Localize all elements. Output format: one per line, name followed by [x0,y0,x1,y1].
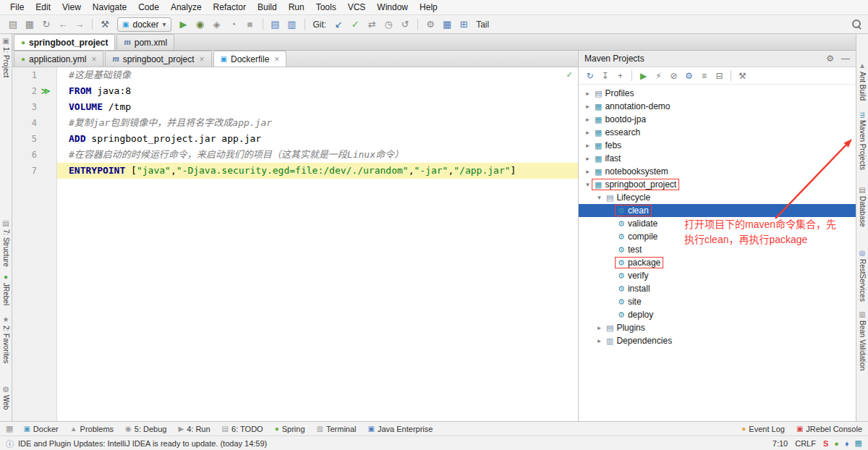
maven-tree-row-febs[interactable]: ▸▦febs [579,139,856,152]
forward-icon[interactable]: → [72,17,87,32]
add-maven-project-icon[interactable]: + [613,71,627,81]
editor-line[interactable]: ENTRYPOINT ["java","-Djava.security.egd=… [57,163,578,179]
menu-window[interactable]: Window [371,1,414,14]
tool-stripe-jrebel[interactable]: ●JRebel [2,273,10,305]
spring-status-icon[interactable]: ● [834,439,839,448]
maven-tree-row-essearch[interactable]: ▸▦essearch [579,126,856,139]
maven-tree-row-clean[interactable]: ⚙clean [579,204,856,217]
collapse-all-icon[interactable]: ⊟ [712,71,726,81]
back-icon[interactable]: ← [56,17,70,32]
hide-panel-icon[interactable]: — [841,54,850,64]
tab-dockerfile[interactable]: ▣Dockerfile× [213,51,287,67]
menu-view[interactable]: View [56,1,87,14]
maven-tree-row-site[interactable]: ⚙site [579,295,856,308]
maven-wrench-icon[interactable]: ⚒ [736,71,749,81]
menu-vcs[interactable]: VCS [342,1,372,14]
toolwindow-5-debug[interactable]: ◉5: Debug [125,425,166,433]
chevron-right-icon[interactable]: ▸ [583,116,592,123]
tool-stripe-2-favorites[interactable]: ★2: Favorites [2,315,10,363]
chevron-right-icon[interactable]: ▸ [583,129,592,136]
vcs-compare-icon[interactable]: ⇄ [365,17,379,32]
tool-stripe-1-project[interactable]: ▣1: Project [2,37,10,77]
close-tab-icon[interactable]: × [200,54,205,64]
toolwindow-event-log[interactable]: ●Event Log [741,425,785,433]
maven-tree-row-install[interactable]: ⚙install [579,282,856,295]
download-sources-icon[interactable]: ↧ [598,71,612,81]
menu-build[interactable]: Build [252,1,283,14]
run-configuration-select[interactable]: ▣docker▾ [117,17,171,32]
menu-refactor[interactable]: Refactor [208,1,252,14]
skip-tests-icon[interactable]: ⊘ [667,71,681,81]
maven-tree-row-notebooksystem[interactable]: ▸▦notebooksystem [579,165,856,178]
run-button[interactable]: ▶ [176,17,191,32]
maven-tree-row-compile[interactable]: ⚙compile [579,230,856,243]
menu-edit[interactable]: Edit [30,1,56,14]
debug-button[interactable]: ◉ [193,17,208,32]
editor-line[interactable]: #在容器启动的时候运行命令，来启动我们的项目（这其实就是一段Linux命令） [57,147,578,163]
vcs-history-icon[interactable]: ◷ [381,17,396,32]
maven-tree-row-profiles[interactable]: ▸▤Profiles [579,87,856,100]
menu-help[interactable]: Help [414,1,443,14]
menu-file[interactable]: File [4,1,30,14]
tool-stripe-ant-build[interactable]: ▲Ant Build [859,61,867,101]
maven-tree-row-package[interactable]: ⚙package [579,256,856,269]
filter-icon[interactable]: ≡ [697,71,711,81]
layout-icon[interactable]: ▦ [440,17,454,32]
maven-tree-row-validate[interactable]: ⚙validate [579,217,856,230]
chevron-right-icon[interactable]: ▸ [583,142,592,149]
editor-line[interactable]: FROM java:8 [57,83,578,99]
maven-tree-row-annotation-demo[interactable]: ▸▦annotation-demo [579,100,856,113]
tool-stripe-maven-projects[interactable]: mMaven Projects [859,112,867,170]
run-maven-goal-icon[interactable]: ▶ [637,71,650,81]
execute-goal-icon[interactable]: ⚡ [652,71,665,81]
chevron-right-icon[interactable]: ▸ [595,324,604,331]
toolwindow-spring[interactable]: ●Spring [275,425,305,433]
save-all-icon[interactable]: ▦ [22,17,37,32]
vcs-commit-icon[interactable]: ✓ [348,17,362,32]
run-gutter-icon[interactable]: ≫ [37,86,54,96]
tab-application-yml[interactable]: ●application.yml× [14,51,103,67]
vcs-update-icon[interactable]: ↙ [331,17,346,32]
toolwindow-4-run[interactable]: ▶4: Run [178,425,210,433]
tab-springboot-project[interactable]: mspringboot_project× [105,51,211,67]
coverage-button[interactable]: ◈ [210,17,224,32]
chevron-right-icon[interactable]: ▸ [583,155,592,162]
maven-settings-icon[interactable]: ⚙ [682,71,696,81]
tab-pom-xml[interactable]: mpom.xml [116,34,174,50]
attach-console-icon[interactable]: ▤ [268,17,283,32]
toolwindow-quick-access-icon[interactable]: ▦ [6,424,13,433]
toolwindow-java-enterprise[interactable]: ▣Java Enterprise [368,425,433,433]
chevron-down-icon[interactable]: ▾ [595,194,604,201]
chevron-right-icon[interactable]: ▸ [583,103,592,110]
tool-stripe-7-structure[interactable]: ▤7: Structure [2,219,10,267]
tool-stripe-restservices[interactable]: ◎RestServices [859,249,867,302]
refresh-icon[interactable]: ↻ [583,71,597,81]
chevron-down-icon[interactable]: ▾ [583,181,592,188]
inspections-status-icon[interactable]: ✓ [566,69,572,80]
menu-tools[interactable]: Tools [310,1,342,14]
maven-tree-row-deploy[interactable]: ⚙deploy [579,308,856,321]
maven-tree-row-verify[interactable]: ⚙verify [579,269,856,282]
editor-line[interactable]: #复制jar包到镜像中，并且将名字改成app.jar [57,115,578,131]
toolwindow-jrebel-console[interactable]: ▣JRebel Console [796,425,862,433]
menu-code[interactable]: Code [132,1,165,14]
wrench-icon[interactable]: ⚙ [423,17,438,32]
toolwindow-6-todo[interactable]: ▤6: TODO [222,425,263,433]
editor-line[interactable]: ADD springboot_project.jar app.jar [57,131,578,147]
tab-springboot-project[interactable]: ●springboot_project [14,34,115,50]
line-separator-indicator[interactable]: CRLF [795,439,816,448]
console-history-icon[interactable]: ▥ [285,17,299,32]
editor-line[interactable]: VOLUME /tmp [57,99,578,115]
maven-tree-row-plugins[interactable]: ▸▤Plugins [579,321,856,334]
editor-code-area[interactable]: 12≫34567 #这是基础镜像FROM java:8VOLUME /tmp#复… [12,67,578,421]
search-icon[interactable] [851,19,862,30]
restore-layout-icon[interactable]: ⊞ [456,17,471,32]
maven-tree-row-springboot-project[interactable]: ▾▦springboot_project [579,178,856,191]
maven-tree-row-bootdo-jpa[interactable]: ▸▦bootdo-jpa [579,113,856,126]
menu-run[interactable]: Run [283,1,310,14]
jrebel-icon[interactable]: S [823,439,828,448]
toolwindow-terminal[interactable]: ▥Terminal [317,425,357,433]
toolwindow-docker[interactable]: ▣Docker [23,425,58,433]
caret-position[interactable]: 7:10 [773,439,788,448]
editor-line[interactable]: #这是基础镜像 [57,67,578,83]
